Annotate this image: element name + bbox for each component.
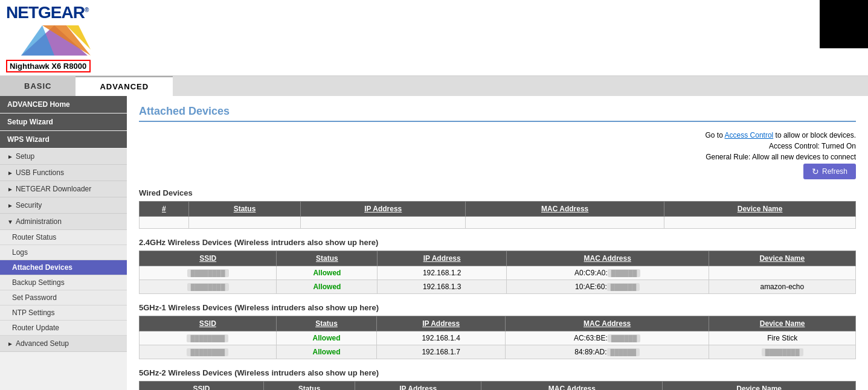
- col-name[interactable]: Device Name: [663, 382, 856, 391]
- mac-blurred: ██████: [607, 283, 640, 291]
- sidebar-item-setup-wizard[interactable]: Setup Wizard: [0, 113, 127, 130]
- mac-blurred: ██████: [608, 334, 641, 342]
- status-value: Allowed: [277, 280, 378, 294]
- sidebar-section-security[interactable]: ► Security: [0, 197, 127, 214]
- arrow-icon: ▼: [7, 219, 13, 225]
- ssid-value: ████████: [187, 283, 229, 291]
- sidebar-subsection-router-update[interactable]: Router Update: [0, 321, 127, 336]
- status-value: Allowed: [276, 331, 377, 345]
- main-layout: ADVANCED Home Setup Wizard WPS Wizard ► …: [0, 96, 868, 390]
- sidebar-section-netgear-downloader[interactable]: ► NETGEAR Downloader: [0, 181, 127, 197]
- wireless-5ghz1-title: 5GHz-1 Wireless Devices (Wireless intrud…: [139, 303, 856, 312]
- ssid-value: ████████: [187, 348, 228, 356]
- table-row: ████████Allowed192.168.1.784:89:AD:█████…: [140, 345, 856, 359]
- refresh-button[interactable]: ↻ Refresh: [803, 164, 856, 179]
- table-row: ████████Allowed192.168.1.2A0:C9:A0:█████…: [140, 266, 856, 280]
- col-name[interactable]: Device Name: [709, 316, 856, 331]
- ip-value: 192.168.1.7: [377, 345, 506, 359]
- wireless-24-table: SSID Status IP Address MAC Address Devic…: [139, 251, 856, 294]
- wired-devices-table: # Status IP Address MAC Address Device N…: [139, 201, 856, 229]
- access-control-link[interactable]: Access Control: [725, 131, 774, 139]
- sidebar-subsection-attached-devices[interactable]: Attached Devices: [0, 260, 127, 275]
- page-title: Attached Devices: [139, 105, 856, 122]
- wireless-24-title: 2.4GHz Wireless Devices (Wireless intrud…: [139, 238, 856, 247]
- table-row: [140, 217, 856, 229]
- col-mac[interactable]: MAC Address: [505, 316, 709, 331]
- wireless-5ghz2-table: SSID Status IP Address MAC Address Devic…: [139, 381, 856, 390]
- name-blurred: ████████: [762, 348, 803, 356]
- mac-blurred: ██████: [608, 269, 641, 277]
- access-status-2: General Rule: Allow all new devices to c…: [706, 153, 856, 161]
- col-ip[interactable]: IP Address: [378, 251, 506, 266]
- status-value: Allowed: [277, 266, 378, 280]
- access-control-text: Go to Access Control to allow or block d…: [706, 131, 856, 139]
- ip-value: 192.168.1.4: [377, 331, 506, 345]
- device-name-value: ████████: [709, 345, 856, 359]
- device-name-value: Fire Stick: [709, 331, 856, 345]
- table-row: ████████Allowed192.168.1.310:AE:60:█████…: [140, 280, 856, 294]
- col-mac[interactable]: MAC Address: [466, 202, 664, 217]
- col-ip[interactable]: IP Address: [301, 202, 466, 217]
- col-mac[interactable]: MAC Address: [481, 382, 663, 391]
- wired-devices-title: Wired Devices: [139, 188, 856, 197]
- ip-value: 192.168.1.3: [378, 280, 506, 294]
- netgear-logo: NETGEAR®: [6, 3, 91, 22]
- col-ssid[interactable]: SSID: [140, 316, 277, 331]
- access-prefix: Go to: [706, 131, 725, 139]
- col-ip[interactable]: IP Address: [377, 316, 506, 331]
- sidebar-section-administration[interactable]: ▼ Administration: [0, 214, 127, 230]
- access-suffix: to allow or block devices.: [776, 131, 856, 139]
- status-value: Allowed: [276, 345, 377, 359]
- sidebar-subsection-logs[interactable]: Logs: [0, 245, 127, 260]
- mac-value: 84:89:AD:██████: [505, 345, 709, 359]
- device-name-value: [709, 266, 855, 280]
- ssid-value: ████████: [187, 334, 228, 342]
- tab-basic[interactable]: BASIC: [0, 76, 76, 96]
- sidebar-section-setup[interactable]: ► Setup: [0, 149, 127, 165]
- sidebar-subsection-ntp-settings[interactable]: NTP Settings: [0, 305, 127, 321]
- access-status-1: Access Control: Turned On: [769, 142, 856, 150]
- nav-tabs: BASIC ADVANCED: [0, 76, 868, 96]
- col-status[interactable]: Status: [188, 202, 300, 217]
- mac-value: 10:AE:60:██████: [506, 280, 709, 294]
- device-name-value: amazon-echo: [709, 280, 855, 294]
- col-hash[interactable]: #: [140, 202, 189, 217]
- col-mac[interactable]: MAC Address: [506, 251, 709, 266]
- col-status[interactable]: Status: [263, 382, 355, 391]
- col-ssid[interactable]: SSID: [140, 251, 277, 266]
- ip-value: 192.168.1.2: [378, 266, 506, 280]
- mac-value: A0:C9:A0:██████: [506, 266, 709, 280]
- black-box: [820, 0, 868, 48]
- col-ssid[interactable]: SSID: [140, 382, 264, 391]
- mac-value: AC:63:BE:██████: [505, 331, 709, 345]
- access-control-bar: Go to Access Control to allow or block d…: [139, 131, 856, 179]
- wireless-5ghz1-table: SSID Status IP Address MAC Address Devic…: [139, 316, 856, 359]
- arrow-icon: ►: [7, 340, 13, 347]
- col-name[interactable]: Device Name: [709, 251, 855, 266]
- wireless-5ghz2-title: 5GHz-2 Wireless Devices (Wireless intrud…: [139, 368, 856, 377]
- arrow-icon: ►: [7, 202, 13, 209]
- router-model: Nighthawk X6 R8000: [6, 60, 91, 72]
- sidebar-section-usb-functions[interactable]: ► USB Functions: [0, 165, 127, 181]
- sidebar: ADVANCED Home Setup Wizard WPS Wizard ► …: [0, 96, 127, 390]
- sidebar-section-advanced-setup[interactable]: ► Advanced Setup: [0, 336, 127, 352]
- col-device-name[interactable]: Device Name: [664, 202, 856, 217]
- logo-graphic: [18, 22, 91, 59]
- tab-advanced[interactable]: ADVANCED: [76, 76, 173, 96]
- sidebar-subsection-set-password[interactable]: Set Password: [0, 290, 127, 305]
- sidebar-subsection-router-status[interactable]: Router Status: [0, 230, 127, 245]
- col-status[interactable]: Status: [277, 251, 378, 266]
- refresh-icon: ↻: [812, 167, 819, 176]
- arrow-icon: ►: [7, 186, 13, 193]
- col-ip[interactable]: IP Address: [355, 382, 481, 391]
- sidebar-item-advanced-home[interactable]: ADVANCED Home: [0, 96, 127, 113]
- arrow-icon: ►: [7, 170, 13, 176]
- ssid-value: ████████: [187, 269, 229, 277]
- sidebar-item-wps-wizard[interactable]: WPS Wizard: [0, 131, 127, 148]
- table-row: ████████Allowed192.168.1.4AC:63:BE:█████…: [140, 331, 856, 345]
- mac-blurred: ██████: [607, 348, 640, 356]
- col-status[interactable]: Status: [276, 316, 377, 331]
- header: NETGEAR® Nighthawk X6 R8000: [0, 0, 868, 76]
- sidebar-subsection-backup-settings[interactable]: Backup Settings: [0, 275, 127, 290]
- arrow-icon: ►: [7, 153, 13, 160]
